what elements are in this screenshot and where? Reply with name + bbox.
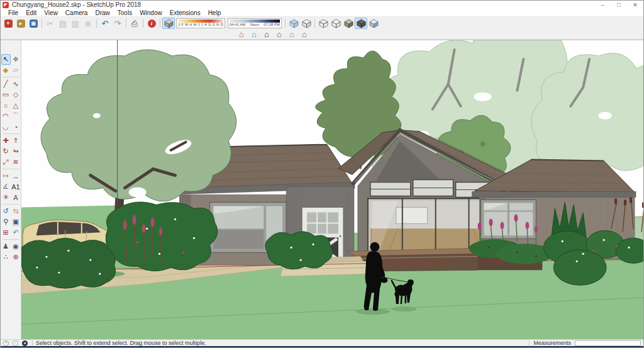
walk-tool[interactable]: ∴: [1, 252, 11, 262]
move-tool[interactable]: ✚: [1, 135, 11, 146]
toolbar-separator: [126, 19, 126, 28]
menu-view[interactable]: View: [40, 9, 62, 16]
paste-icon: ▥: [72, 20, 79, 28]
toolbar-separator: [143, 19, 143, 28]
pan-tool[interactable]: ⇆: [11, 206, 21, 216]
rectangle-tool[interactable]: ▭: [1, 89, 11, 100]
scale-tool[interactable]: ⤢: [1, 157, 11, 167]
circle-tool[interactable]: ○: [1, 100, 11, 111]
model-canvas[interactable]: [21, 40, 643, 339]
walkway-bushes[interactable]: [265, 232, 333, 269]
offset-tool[interactable]: ≋: [11, 157, 21, 167]
position-camera-tool[interactable]: ♟: [1, 241, 11, 252]
redo-button[interactable]: ↷: [111, 18, 124, 29]
shadow-cube-icon: [164, 19, 174, 28]
rotated-rectangle-tool[interactable]: ◇: [11, 89, 21, 100]
3-point-arc-tool[interactable]: ◡: [1, 121, 11, 132]
menu-window[interactable]: Window: [136, 9, 166, 16]
polygon-tool[interactable]: △: [11, 100, 21, 111]
tape-measure-tool[interactable]: ↦: [1, 171, 11, 181]
style-monochrome-button[interactable]: [367, 18, 380, 29]
geolocation-icon[interactable]: ?: [3, 340, 9, 346]
copy-icon: ▤: [59, 20, 67, 28]
2-point-arc-tool[interactable]: ⌒: [11, 111, 21, 121]
shadows-toggle-button[interactable]: [162, 18, 175, 29]
print-button[interactable]: ⎙: [128, 18, 141, 29]
protractor-tool[interactable]: ∡: [1, 181, 11, 192]
view-front-button[interactable]: ⌂: [260, 30, 273, 39]
view-top-button[interactable]: ⌂: [248, 30, 260, 39]
undo-button[interactable]: ↶: [99, 18, 111, 29]
look-around-tool[interactable]: ◉: [11, 241, 21, 252]
style-back-edges-button[interactable]: [300, 18, 313, 29]
menu-extensions[interactable]: Extensions: [166, 9, 204, 16]
menu-file[interactable]: File: [4, 9, 22, 16]
style-shaded-button[interactable]: [342, 18, 355, 29]
push-pull-tool[interactable]: ⇑: [11, 135, 21, 146]
line-tool[interactable]: ╱: [1, 79, 11, 89]
measurements-input[interactable]: [575, 340, 641, 346]
palette-divider: [3, 77, 19, 77]
arc-tool[interactable]: ◠: [1, 111, 11, 121]
pie-tool[interactable]: ◔: [11, 121, 21, 132]
style-shaded-with-textures-button[interactable]: [355, 18, 367, 29]
shadow-time-slider[interactable]: 04:41 AM Noon 07:28 PM: [228, 18, 282, 28]
previous-view-tool[interactable]: ↶: [11, 227, 21, 238]
tool-row: ⤢≋: [1, 157, 21, 167]
text-tool[interactable]: A1: [11, 181, 21, 192]
right-view-icon: ⌂: [277, 30, 282, 39]
month-tick-5: J: [198, 23, 200, 27]
menu-camera[interactable]: Camera: [62, 9, 92, 16]
menu-help[interactable]: Help: [204, 9, 225, 16]
dimension-tool[interactable]: ↔: [11, 171, 21, 181]
rectangle-icon: ▭: [3, 91, 9, 99]
menu-tools[interactable]: Tools: [114, 9, 136, 16]
select-tool[interactable]: ↖: [1, 54, 11, 65]
view-back-button[interactable]: ⌂: [286, 30, 298, 39]
menu-draw[interactable]: Draw: [91, 9, 113, 16]
open-button[interactable]: ▸: [14, 18, 27, 29]
model-info-button[interactable]: i: [145, 18, 158, 29]
new-button[interactable]: +: [2, 18, 14, 29]
month-tick-8: S: [208, 23, 211, 27]
zoom-tool[interactable]: ⚲: [1, 216, 11, 227]
wireframe-icon: [319, 19, 328, 28]
axes-tool[interactable]: ✳: [1, 192, 11, 203]
paint-bucket-tool[interactable]: ◆: [1, 65, 11, 76]
zoom-window-tool[interactable]: ▣: [11, 216, 21, 227]
shadow-date-slider[interactable]: JFMAMJJASOND: [176, 18, 225, 28]
section-plane-tool[interactable]: ⊕: [11, 252, 21, 262]
credit-icon[interactable]: i: [13, 340, 18, 346]
orbit-tool[interactable]: ↺: [1, 206, 11, 216]
look-around-icon: ◉: [13, 242, 19, 250]
paste-button[interactable]: ▥: [69, 18, 82, 29]
view-right-button[interactable]: ⌂: [273, 30, 286, 39]
minimize-button[interactable]: –: [594, 1, 611, 9]
copy-button[interactable]: ▤: [57, 18, 69, 29]
follow-me-tool[interactable]: ↬: [11, 146, 21, 157]
account-icon[interactable]: ●: [22, 340, 28, 346]
style-hidden-line-button[interactable]: [330, 18, 342, 29]
style-wireframe-button[interactable]: [317, 18, 330, 29]
eraser-tool[interactable]: ▱: [11, 65, 21, 76]
window-controls: – □ ✕: [594, 1, 643, 9]
cut-button[interactable]: ✂: [44, 18, 57, 29]
line-icon: ╱: [4, 80, 8, 88]
3d-text-tool[interactable]: A: [11, 192, 21, 203]
freehand-tool[interactable]: ∿: [11, 79, 21, 89]
view-iso-button[interactable]: ⌂: [235, 30, 248, 39]
maximize-button[interactable]: □: [611, 1, 627, 9]
model-viewport[interactable]: [21, 40, 643, 339]
style-x-ray-button[interactable]: [287, 18, 300, 29]
erase-button[interactable]: ⊗: [82, 18, 94, 29]
view-left-button[interactable]: ⌂: [298, 30, 311, 39]
close-button[interactable]: ✕: [627, 1, 643, 9]
rotate-tool[interactable]: ↻: [1, 146, 11, 157]
zoom-extents-tool[interactable]: ⊞: [1, 227, 11, 238]
make-component-tool[interactable]: ❖: [11, 54, 21, 65]
save-button[interactable]: ▣: [27, 18, 40, 29]
menu-edit[interactable]: Edit: [22, 9, 40, 16]
protractor-icon: ∡: [3, 182, 9, 191]
toolbar-separator: [96, 19, 97, 28]
front-hedge[interactable]: [21, 238, 116, 288]
